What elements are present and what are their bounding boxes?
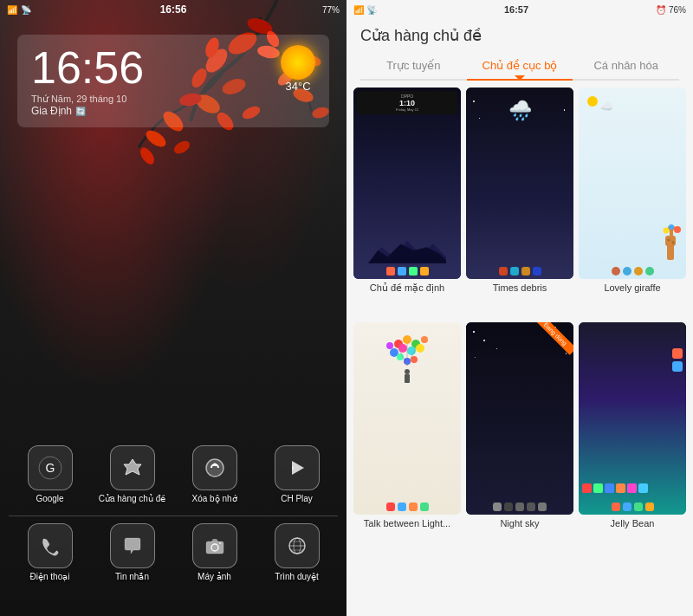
app-row-1: G Google Cửa hàng chủ đề Xóa bộ nhớ	[9, 445, 338, 503]
svg-point-43	[672, 241, 675, 244]
svg-point-62	[405, 369, 410, 374]
app-label-phone: Điện thoại	[30, 572, 70, 581]
svg-rect-38	[667, 244, 674, 260]
app-label-google: Google	[36, 494, 63, 503]
themes-grid: OPPO 1:10 Friday, May 15	[346, 81, 693, 616]
tabs-bar: Trực tuyến Chủ đề cục bộ Cá nhân hóa	[360, 52, 679, 81]
app-clear-memory[interactable]: Xóa bộ nhớ	[180, 445, 249, 503]
clock-widget: 16:56 Thứ Năm, 29 tháng 10 Gia Định 🔄 34…	[17, 35, 329, 127]
app-label-chplay: CH Play	[281, 494, 313, 503]
theme-name-giraffe: Lovely giraffe	[579, 282, 686, 293]
theme-jelly-bean[interactable]: Jelly Bean	[579, 322, 686, 551]
theme-times-debris[interactable]: 🌧️ Times debris	[466, 88, 573, 317]
status-left-icons: 📶 📡	[7, 5, 31, 15]
theme-name-default: Chủ đề mặc định	[353, 282, 461, 294]
theme-name-times: Times debris	[466, 282, 573, 293]
status-bar-left: 📶 📡 16:56 77%	[0, 0, 346, 19]
wifi-icon: 📶	[7, 5, 17, 15]
svg-point-48	[403, 335, 411, 344]
svg-point-44	[674, 226, 681, 233]
clock-date: Thứ Năm, 29 tháng 10	[31, 94, 126, 105]
app-messages[interactable]: Tin nhắn	[98, 523, 167, 581]
app-icon-chplay	[275, 445, 320, 490]
status-time-right: 16:57	[504, 4, 528, 15]
app-label-messages: Tin nhắn	[115, 572, 149, 581]
theme-name-night: Night sky	[466, 518, 573, 528]
app-theme-store[interactable]: Cửa hàng chủ đề	[98, 445, 167, 503]
svg-marker-22	[124, 459, 141, 475]
signal-icon-right: 📡	[366, 5, 377, 15]
tab-truc-tuyen[interactable]: Trực tuyến	[360, 52, 467, 79]
app-icon-google: G	[28, 445, 73, 490]
active-badge: Đang dùng	[530, 322, 573, 366]
app-divider	[9, 515, 338, 516]
theme-lovely-giraffe[interactable]: ☁️	[579, 88, 686, 317]
theme-talk[interactable]: Talk between Light...	[353, 322, 461, 551]
balloon-cluster	[381, 327, 433, 387]
theme-night-sky[interactable]: Đang dùng Night sky	[466, 322, 573, 551]
svg-point-42	[667, 239, 670, 242]
clock-time: 16:56	[31, 45, 144, 90]
svg-point-53	[416, 344, 424, 353]
app-phone[interactable]: Điện thoại	[16, 523, 85, 581]
theme-preview-times: 🌧️	[466, 88, 573, 279]
location-refresh-icon: 🔄	[75, 107, 86, 116]
app-camera[interactable]: Máy ảnh	[180, 523, 249, 581]
theme-default[interactable]: OPPO 1:10 Friday, May 15	[353, 88, 461, 317]
svg-rect-63	[405, 374, 410, 383]
svg-rect-26	[292, 466, 294, 470]
signal-icon: 📡	[21, 5, 31, 15]
svg-point-30	[219, 542, 221, 544]
status-right-left-icons: 📶 📡	[353, 5, 377, 15]
tab-indicator	[467, 79, 573, 81]
svg-point-57	[411, 356, 418, 363]
svg-marker-25	[292, 461, 304, 475]
status-right-icons: 77%	[322, 5, 340, 15]
clock-location: Gia Định 🔄	[31, 105, 126, 117]
lock-screen: 📶 📡 16:56 77% 16:56 Thứ Năm, 29 tháng 10…	[0, 0, 346, 616]
app-icon-phone	[28, 523, 73, 568]
app-row-2: Điện thoại Tin nhắn Máy ảnh	[9, 523, 338, 581]
tab-chu-de-cuc-bo[interactable]: Chủ đề cục bộ	[467, 52, 573, 79]
app-icon-camera	[192, 523, 237, 568]
theme-store: 📶 📡 16:57 ⏰ 76% Cửa hàng chủ đề Trực tuy…	[346, 0, 693, 616]
svg-point-54	[386, 342, 393, 349]
app-icon-browser	[275, 523, 320, 568]
svg-text:G: G	[45, 461, 55, 475]
theme-preview-night: Đang dùng	[466, 322, 573, 514]
app-icon-clear	[192, 445, 237, 490]
app-label-browser: Trình duyệt	[275, 572, 319, 581]
theme-name-talk: Talk between Light...	[353, 518, 461, 528]
theme-name-jelly: Jelly Bean	[579, 518, 686, 528]
temperature: 34°C	[281, 80, 315, 93]
status-time-left: 16:56	[160, 3, 187, 16]
giraffe-figure	[658, 223, 683, 262]
theme-preview-default: OPPO 1:10 Friday, May 15	[353, 88, 461, 279]
wifi-icon-right: 📶	[353, 5, 364, 15]
weather-sun	[281, 45, 315, 80]
giraffe-cloud: ☁️	[600, 101, 613, 113]
alarm-icon: ⏰	[656, 5, 666, 15]
svg-point-46	[664, 228, 670, 234]
battery-right: 76%	[669, 5, 686, 15]
theme-preview-talk	[353, 322, 461, 514]
svg-marker-28	[211, 539, 218, 541]
theme-preview-jelly	[579, 322, 686, 514]
app-label-camera: Máy ảnh	[198, 572, 231, 581]
app-icon-theme	[110, 445, 155, 490]
app-chplay[interactable]: CH Play	[262, 445, 332, 503]
battery-icon-left: 77%	[322, 5, 340, 15]
theme-preview-giraffe: ☁️	[579, 88, 686, 279]
app-label-clear: Xóa bộ nhớ	[191, 494, 236, 503]
store-header: Cửa hàng chủ đề Trực tuyến Chủ đề cục bộ…	[346, 19, 693, 81]
status-bar-right: 📶 📡 16:57 ⏰ 76%	[346, 0, 693, 19]
svg-point-23	[206, 459, 223, 477]
svg-point-45	[669, 224, 674, 230]
app-label-theme: Cửa hàng chủ đề	[99, 494, 166, 503]
store-title: Cửa hàng chủ đề	[360, 26, 679, 45]
giraffe-sun	[587, 96, 598, 107]
app-google[interactable]: G Google	[16, 445, 85, 503]
app-browser[interactable]: Trình duyệt	[262, 523, 332, 581]
status-right-battery: ⏰ 76%	[656, 5, 686, 15]
tab-ca-nhan-hoa[interactable]: Cá nhân hóa	[573, 52, 679, 79]
